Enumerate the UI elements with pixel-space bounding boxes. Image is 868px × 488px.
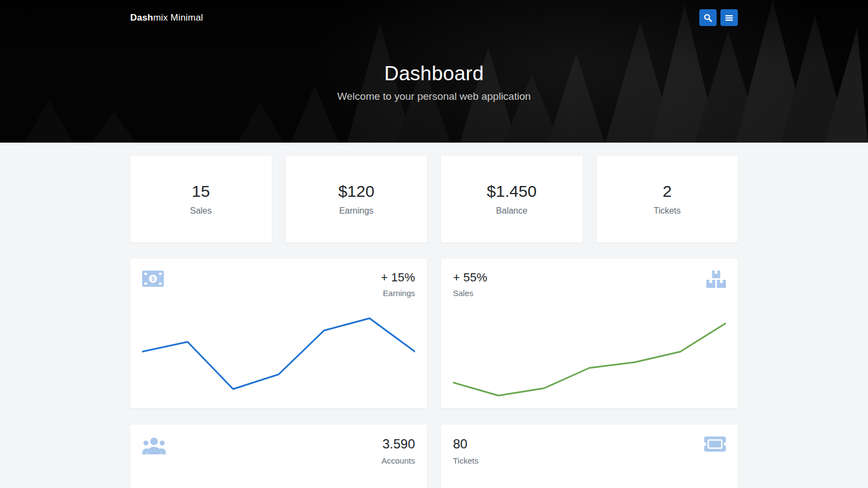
brand-name-bold: Dash [130,12,153,23]
charts-row: $ + 15% Earnings + 55% Sales [130,259,738,408]
stat-value: $120 [338,182,374,201]
users-icon [142,436,166,454]
stat-card-sales: 15 Sales [130,156,272,242]
earnings-chart-card: $ + 15% Earnings [130,259,427,408]
sales-delta: + 55% [453,271,487,285]
menu-icon [725,14,733,22]
page-subtitle: Welcome to your personal web application [130,91,738,102]
stat-card-tickets: 2 Tickets [597,156,738,242]
search-icon [704,14,712,22]
accounts-value: 3.590 [381,436,415,452]
sales-chart-card: + 55% Sales [441,259,738,408]
earnings-delta: + 15% [381,271,415,285]
stat-value: $1.450 [487,182,537,201]
earnings-delta-label: Earnings [381,288,415,298]
tickets-summary-card: 80 Tickets [441,425,738,488]
accounts-label: Accounts [381,456,415,465]
brand-name-rest: mix Minimal [153,12,203,23]
summary-row: 3.590 Accounts 80 Tickets [130,425,738,488]
menu-button[interactable] [720,9,738,26]
stat-card-balance: $1.450 Balance [441,156,583,242]
stat-card-earnings: $120 Earnings [286,156,427,242]
brand-logo[interactable]: Dashmix Minimal [130,12,203,23]
stat-value: 15 [192,182,210,201]
main-content: 15 Sales $120 Earnings $1.450 Balance 2 … [130,143,738,488]
sales-line-chart [453,315,726,396]
tickets-value: 80 [453,436,478,452]
top-navbar: Dashmix Minimal [130,0,738,26]
accounts-summary-card: 3.590 Accounts [130,425,427,488]
hero-header: Dashmix Minimal [0,0,868,143]
stat-label: Sales [190,206,212,216]
tickets-label: Tickets [453,456,478,465]
money-bill-icon: $ [142,271,164,287]
search-button[interactable] [699,9,717,26]
boxes-icon [706,271,726,288]
stats-row: 15 Sales $120 Earnings $1.450 Balance 2 … [130,156,738,242]
sales-delta-label: Sales [453,288,487,298]
earnings-line-chart [142,315,415,396]
stat-label: Balance [496,206,527,216]
stat-label: Tickets [654,206,681,216]
stat-value: 2 [662,182,672,201]
svg-text:$: $ [151,275,155,282]
page-title: Dashboard [130,62,738,85]
ticket-icon [704,436,726,452]
topbar-actions [699,9,738,26]
stat-label: Earnings [339,206,373,216]
